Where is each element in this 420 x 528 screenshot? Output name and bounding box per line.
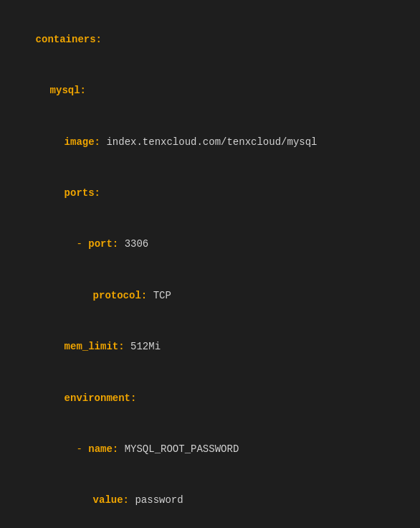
mysql-memlimit-line: mem_limit: 512Mi bbox=[11, 321, 409, 372]
mysql-protocol-key: protocol: bbox=[93, 290, 148, 301]
containers-key: containers: bbox=[36, 34, 102, 45]
mysql-env-line: environment: bbox=[11, 373, 409, 424]
mysql-ports-key: ports: bbox=[65, 187, 100, 199]
mysql-env-value-key: value: bbox=[93, 494, 129, 506]
mysql-port-key: port: bbox=[88, 238, 118, 250]
mysql-port-dash: - bbox=[76, 238, 88, 250]
mysql-image-key: image: bbox=[65, 136, 100, 148]
mysql-env-key: environment: bbox=[65, 392, 137, 404]
mysql-ports-line: ports: bbox=[11, 168, 409, 219]
mysql-env-dash: - bbox=[76, 443, 88, 455]
mysql-port-dash-line: - port: 3306 bbox=[11, 220, 409, 270]
mysql-env-name-key: name: bbox=[88, 443, 118, 455]
mysql-key: mysql: bbox=[50, 85, 86, 96]
mysql-protocol-line: protocol: TCP bbox=[11, 270, 409, 321]
mysql-image-val: index.tenxcloud.com/tenxcloud/mysql bbox=[100, 136, 317, 148]
mysql-image-line: image: index.tenxcloud.com/tenxcloud/mys… bbox=[11, 117, 409, 168]
containers-line: containers: bbox=[11, 14, 409, 65]
mysql-env-name-line: - name: MYSQL_ROOT_PASSWORD bbox=[11, 424, 409, 475]
mysql-protocol-val: TCP bbox=[147, 290, 171, 301]
mysql-env-name-val: MYSQL_ROOT_PASSWORD bbox=[118, 443, 239, 455]
code-block: containers: mysql: image: index.tenxclou… bbox=[0, 7, 420, 528]
mysql-memlimit-key: mem_limit: bbox=[65, 341, 125, 352]
mysql-port-val: 3306 bbox=[118, 238, 148, 250]
mysql-env-value-line: value: password bbox=[11, 476, 409, 527]
mysql-memlimit-val: 512Mi bbox=[125, 341, 161, 352]
mysql-line: mysql: bbox=[11, 65, 409, 116]
mysql-env-value-val: password bbox=[129, 494, 183, 506]
